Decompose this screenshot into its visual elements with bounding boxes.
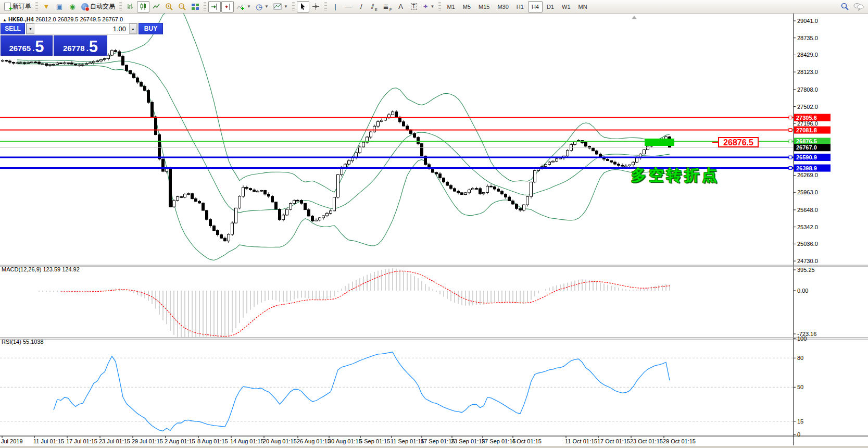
svg-text:24730.0: 24730.0 (797, 258, 818, 264)
price-callout[interactable]: 26876.5 (718, 137, 759, 147)
vertical-line-icon: | (334, 3, 336, 10)
rsi-grid (0, 358, 794, 421)
label-icon: T (411, 3, 417, 10)
label-tool-button[interactable]: T (408, 1, 420, 13)
search-button[interactable] (838, 1, 851, 13)
svg-text:23 Sep 01:15: 23 Sep 01:15 (451, 438, 485, 444)
channel-button[interactable]: ⫽E (368, 1, 381, 13)
one-click-trading-panel: SELL ▼ ▲ BUY 26765.5 26778.5 (1, 23, 107, 56)
svg-text:25342.0: 25342.0 (797, 224, 818, 230)
svg-text:23 Jul 01:15: 23 Jul 01:15 (99, 438, 130, 444)
horizontal-line-icon: — (345, 3, 351, 10)
periods-button[interactable]: ◷ ▼ (254, 1, 271, 13)
svg-text:29041.0: 29041.0 (797, 18, 818, 24)
bar-chart-button[interactable] (124, 1, 136, 13)
candle-chart-button[interactable] (137, 1, 149, 13)
autoscroll-icon (210, 3, 219, 11)
volume-increase-button[interactable]: ▲ (129, 23, 137, 34)
svg-text:30 Aug 01:15: 30 Aug 01:15 (328, 438, 362, 444)
timeframe-h1-button[interactable]: H1 (513, 1, 527, 13)
profile-button[interactable]: ▣ (53, 1, 66, 13)
toolbar-grip (35, 2, 38, 11)
svg-text:11 Oct 01:15: 11 Oct 01:15 (565, 438, 597, 444)
signal-button[interactable]: ◉ (66, 1, 79, 13)
panel-separators (0, 265, 868, 339)
horizontal-level-lines: 27305.627081.826876.526590.926398.926767… (0, 114, 831, 172)
chat-button[interactable] (851, 1, 866, 13)
timeframe-m1-button[interactable]: M1 (443, 1, 458, 13)
volume-decrease-button[interactable]: ▼ (27, 23, 34, 34)
text-icon: A (398, 3, 403, 10)
templates-button[interactable]: ▼ (271, 1, 290, 13)
toolbar-grip (119, 2, 122, 11)
timeframe-h4-button[interactable]: H4 (528, 1, 543, 13)
highlight-rectangle[interactable] (645, 139, 674, 146)
horizontal-line-button[interactable]: — (342, 1, 355, 13)
svg-text:Jul 2019: Jul 2019 (1, 438, 23, 444)
dropdown-caret-icon: ▼ (247, 4, 251, 9)
timeframe-m5-button[interactable]: M5 (459, 1, 474, 13)
svg-text:25648.0: 25648.0 (797, 207, 818, 213)
timeframe-m15-button[interactable]: M15 (475, 1, 493, 13)
zoom-in-button[interactable] (163, 1, 175, 13)
new-order-button[interactable]: 新订单 (2, 1, 33, 13)
fibonacci-button[interactable]: ≣F (381, 1, 394, 13)
autotrading-button[interactable]: 自动交易 (79, 1, 117, 13)
indicators-button[interactable]: ▼ (234, 1, 253, 13)
svg-text:4 Oct 01:15: 4 Oct 01:15 (512, 438, 542, 444)
timeframe-m30-button[interactable]: M30 (494, 1, 512, 13)
zoom-out-icon (178, 3, 186, 11)
timeframe-w1-button[interactable]: W1 (558, 1, 574, 13)
ohlc-values: 26812.0 26829.5 26749.5 26767.0 (35, 16, 123, 22)
svg-text:25036.0: 25036.0 (797, 241, 818, 247)
svg-text:23 Oct 01:15: 23 Oct 01:15 (630, 438, 663, 444)
buy-price[interactable]: 26778.5 (54, 35, 107, 56)
funnel-icon: ▼ (43, 3, 50, 10)
timeframe-mn-button[interactable]: MN (575, 1, 591, 13)
indicators-icon (236, 3, 245, 11)
rsi-label: RSI(14) 55.1038 (2, 339, 44, 345)
svg-text:28735.0: 28735.0 (797, 35, 818, 41)
volume-spinner: ▼ ▲ (26, 23, 137, 34)
line-chart-button[interactable] (150, 1, 162, 13)
turning-point-annotation[interactable]: 多空转折点 (631, 165, 720, 186)
template-icon (273, 3, 282, 11)
volume-input[interactable] (34, 23, 129, 34)
svg-text:27 Sep 01:15: 27 Sep 01:15 (482, 438, 515, 444)
line-chart-icon (153, 3, 160, 10)
svg-text:27808.0: 27808.0 (797, 86, 818, 93)
sell-price[interactable]: 26765.5 (1, 35, 53, 56)
trendline-button[interactable]: / (355, 1, 368, 13)
svg-text:28429.0: 28429.0 (797, 52, 818, 58)
shapes-button[interactable]: ✦▼ (421, 1, 437, 13)
search-icon (840, 2, 849, 11)
tile-windows-button[interactable] (189, 1, 202, 13)
text-tool-button[interactable]: A (395, 1, 407, 13)
svg-text:27305.6: 27305.6 (796, 115, 817, 121)
svg-text:20 Aug 01:15: 20 Aug 01:15 (263, 438, 297, 444)
svg-text:26876.5: 26876.5 (796, 138, 817, 144)
cursor-button[interactable] (297, 1, 309, 13)
candlestick-layer (2, 49, 671, 243)
zoom-out-button[interactable] (176, 1, 188, 13)
filter-button[interactable]: ▼ (40, 1, 53, 13)
sell-button[interactable]: SELL (1, 23, 25, 34)
chart-canvas[interactable]: 27305.627081.826876.526590.926398.926767… (0, 0, 868, 448)
svg-text:100: 100 (797, 335, 807, 342)
buy-button[interactable]: BUY (139, 23, 163, 34)
toolbar-grip (324, 2, 327, 11)
svg-text:80: 80 (797, 355, 803, 361)
time-axis: Jul 201911 Jul 01:1517 Jul 01:1523 Jul 0… (0, 436, 868, 448)
crosshair-button[interactable] (310, 1, 322, 13)
chart-shift-button[interactable] (221, 1, 234, 13)
crosshair-icon (312, 3, 320, 10)
timeframe-d1-button[interactable]: D1 (543, 1, 558, 13)
autoscroll-button[interactable] (208, 1, 221, 13)
new-order-icon (4, 3, 11, 10)
bar-chart-icon (127, 3, 134, 10)
chart-marker-icon: ▲ (3, 18, 7, 22)
svg-text:0.00: 0.00 (797, 288, 808, 294)
candlestick-chart-icon (140, 3, 147, 10)
vertical-line-button[interactable]: | (329, 1, 342, 13)
svg-text:5 Sep 01:15: 5 Sep 01:15 (359, 438, 390, 444)
